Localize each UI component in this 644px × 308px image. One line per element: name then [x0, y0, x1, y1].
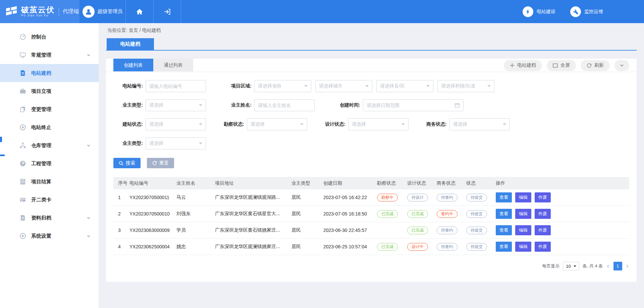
- chevron-down-icon: [487, 85, 491, 87]
- current-page[interactable]: 1: [613, 262, 622, 270]
- fullscreen-button[interactable]: 全屏: [547, 60, 576, 71]
- chevron-down-icon: [503, 123, 506, 125]
- cell-created-date: 2023-06-30 22:45:57: [322, 228, 376, 233]
- sidebar-item-label: 项目立项: [31, 88, 51, 95]
- view-button[interactable]: 查看: [496, 225, 512, 235]
- owner-name-label: 业主姓名:: [222, 102, 252, 108]
- create-station-button[interactable]: 电站建档: [504, 60, 542, 71]
- build-status-select[interactable]: 请选择: [146, 118, 206, 130]
- quick-link-construction[interactable]: 电站建设: [523, 6, 555, 17]
- sidebar-item-change-mgmt[interactable]: 变更管理: [0, 100, 99, 118]
- sidebar-item-settlement[interactable]: 项目结算: [0, 173, 99, 191]
- sitemap-icon: [19, 142, 26, 149]
- lightning-icon: [523, 6, 533, 17]
- view-button[interactable]: 查看: [496, 192, 512, 202]
- owner-type2-select[interactable]: 请选择: [146, 137, 206, 149]
- date-range-input[interactable]: [363, 99, 464, 111]
- sidebar-item-station-terminate[interactable]: 电站终止: [0, 118, 99, 136]
- col-owner-name: 业主姓名: [175, 180, 214, 186]
- sidebar-item-system-settings[interactable]: 系统设置: [0, 227, 99, 245]
- owner-type-select[interactable]: 请选择: [146, 99, 206, 111]
- col-project-address: 项目地址: [214, 180, 290, 186]
- build-status-label: 建站状态:: [113, 121, 143, 127]
- quick-link-label: 监控运维: [584, 9, 603, 15]
- user-menu[interactable]: 超级管理员: [79, 0, 126, 23]
- station-table: 序号 电站编号 业主姓名 项目地址 业主类型 创建日期 勘察状态 设计状态 商务…: [113, 177, 629, 255]
- table-row: 1 YX2023070500011 马云 广东深圳龙华区观澜镇观湖路... 居民…: [113, 189, 629, 206]
- street-select[interactable]: 请选择村镇/街道: [437, 80, 494, 92]
- province-select[interactable]: 请选择省份: [254, 80, 311, 92]
- home-button[interactable]: [126, 0, 154, 23]
- next-page-button[interactable]: ›: [626, 262, 629, 270]
- chevron-down-icon: [87, 143, 91, 147]
- edit-button[interactable]: 编辑: [515, 242, 531, 252]
- plus-icon: [510, 63, 515, 68]
- collapse-toolbar-button[interactable]: [614, 60, 629, 71]
- col-station-code: 电站编号: [128, 180, 175, 186]
- sidebar-item-general-mgmt[interactable]: 常规管理: [0, 46, 99, 64]
- sidebar-item-console[interactable]: 控制台: [0, 28, 99, 46]
- tab-station-archive[interactable]: 电站建档: [107, 38, 154, 50]
- district-select[interactable]: 请选择县/区: [376, 80, 433, 92]
- business-status-label: 商务状态:: [417, 121, 447, 127]
- filter-row-2: 业主类型: 请选择 业主姓名: 创建时间:: [113, 99, 629, 111]
- status-badge: 待提交: [466, 210, 487, 218]
- filter-actions: 搜索 重置: [106, 157, 637, 177]
- edit-button[interactable]: 编辑: [515, 192, 531, 202]
- void-button[interactable]: 作废: [535, 225, 551, 235]
- cell-created-date: 2023-07-05 16:42:22: [322, 195, 376, 200]
- row-operations: 查看 编辑 作废: [495, 192, 629, 202]
- sidebar: 控制台 常规管理 电站建档 项目立项 变更管理: [0, 23, 99, 308]
- tab-passed-list[interactable]: 通过列表: [153, 59, 193, 71]
- edit-button[interactable]: 编辑: [515, 225, 531, 235]
- station-code-input[interactable]: [146, 80, 206, 92]
- portal-label: 代理端: [59, 7, 79, 16]
- city-select[interactable]: 请选择城市: [315, 80, 372, 92]
- business-status-badge: 待签约: [437, 243, 458, 251]
- design-status-badge: 待设计: [407, 194, 428, 201]
- design-status-badge: 设计中: [407, 243, 428, 251]
- status-badge: 待提交: [466, 243, 487, 251]
- owner-name-input[interactable]: [254, 99, 315, 111]
- refresh-button[interactable]: 刷新: [581, 60, 610, 71]
- home-icon: [136, 8, 143, 15]
- chevron-down-icon: [199, 142, 202, 144]
- sidebar-item-warehouse[interactable]: 仓库管理: [0, 136, 99, 155]
- search-button[interactable]: 搜索: [113, 158, 141, 168]
- content-card: 创建列表 通过列表 电站建档 全屏 刷新: [106, 59, 637, 282]
- view-button[interactable]: 查看: [496, 209, 512, 219]
- edit-button[interactable]: 编辑: [515, 209, 531, 219]
- design-status-badge: 已完成: [407, 210, 428, 218]
- col-owner-type: 业主类型: [290, 180, 322, 186]
- chevron-down-icon: [87, 53, 91, 57]
- page-size-select[interactable]: 10: [563, 262, 579, 270]
- reset-button[interactable]: 重置: [147, 158, 174, 168]
- chevron-down-icon: [304, 85, 308, 87]
- tab-create-list[interactable]: 创建列表: [113, 59, 153, 71]
- date-range-field[interactable]: [367, 103, 454, 108]
- total-label: 条, 共 4 条: [583, 263, 603, 269]
- quick-link-monitoring[interactable]: 监控运维: [570, 6, 603, 17]
- cell-owner-type: 居民: [290, 211, 322, 217]
- survey-status-select[interactable]: 请选择: [247, 118, 307, 130]
- sidebar-item-project-init[interactable]: 项目立项: [0, 82, 99, 100]
- sidebar-item-card-open[interactable]: 开二类卡: [0, 191, 99, 209]
- void-button[interactable]: 作废: [535, 242, 551, 252]
- list-tabs: 创建列表 通过列表: [113, 59, 193, 71]
- logout-button[interactable]: [154, 0, 181, 23]
- prev-page-button[interactable]: ‹: [606, 262, 610, 270]
- view-button[interactable]: 查看: [496, 242, 512, 252]
- design-status-select[interactable]: 请选择: [348, 118, 409, 130]
- chevron-down-icon: [426, 85, 430, 87]
- sidebar-item-archive-files[interactable]: 资料归档: [0, 209, 99, 227]
- void-button[interactable]: 作废: [535, 192, 551, 202]
- calendar-icon: [454, 103, 460, 108]
- sidebar-item-engineering[interactable]: 工程管理: [0, 155, 99, 173]
- chevron-down-icon: [300, 123, 304, 125]
- sidebar-item-label: 资料归档: [31, 215, 51, 221]
- business-status-select[interactable]: 请选择: [449, 118, 510, 130]
- project-area-label: 项目区域:: [222, 83, 252, 89]
- sidebar-item-station-archive[interactable]: 电站建档: [0, 64, 99, 82]
- void-button[interactable]: 作废: [535, 209, 551, 219]
- cell-index: 1: [113, 195, 128, 200]
